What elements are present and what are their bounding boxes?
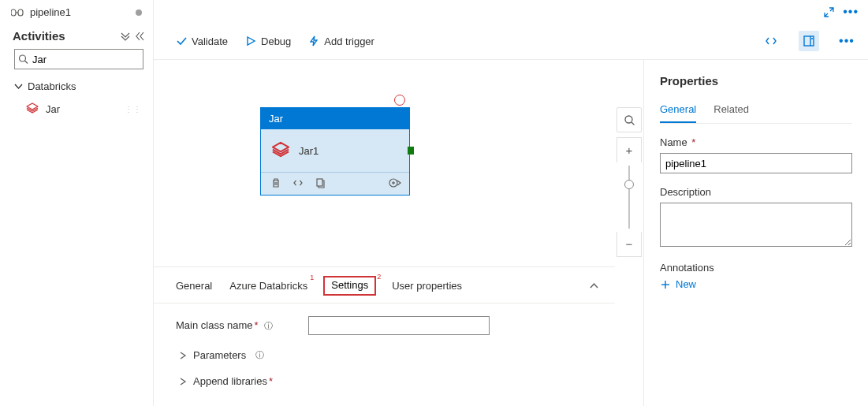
- activities-header: Activities: [0, 21, 153, 49]
- activity-search-input[interactable]: [14, 49, 143, 69]
- canvas-column: Jar Jar1: [154, 60, 615, 406]
- name-label: Name *: [660, 136, 852, 148]
- annotations-field: Annotations New: [660, 262, 852, 290]
- activity-item-label: Jar: [46, 103, 60, 115]
- svg-point-7: [811, 38, 813, 39]
- delete-icon[interactable]: [270, 177, 281, 188]
- drag-grip-icon: ⋮⋮: [125, 105, 142, 114]
- workspace: Jar Jar1: [154, 60, 868, 406]
- add-trigger-label: Add trigger: [324, 35, 374, 47]
- props-tab-related[interactable]: Related: [713, 99, 749, 123]
- add-output-icon[interactable]: [389, 177, 401, 188]
- design-canvas[interactable]: Jar Jar1: [154, 60, 615, 266]
- add-trigger-button[interactable]: Add trigger: [308, 35, 374, 47]
- debug-button[interactable]: Debug: [245, 35, 291, 47]
- validate-button[interactable]: Validate: [176, 35, 228, 47]
- props-tab-general[interactable]: General: [660, 99, 696, 123]
- add-annotation-button[interactable]: New: [660, 278, 852, 290]
- svg-point-12: [625, 116, 632, 123]
- databricks-icon: [270, 140, 291, 161]
- copy-icon[interactable]: [315, 177, 326, 188]
- main-area: ••• Validate Debug Add trigger: [154, 0, 868, 406]
- activity-search-box: [14, 49, 143, 69]
- name-input[interactable]: [660, 153, 852, 173]
- app-root: pipeline1 Activities: [0, 0, 868, 406]
- tab-azure-databricks[interactable]: Azure Databricks 1: [229, 278, 307, 293]
- svg-line-4: [25, 61, 28, 64]
- success-output-port[interactable]: [408, 147, 414, 155]
- pipeline-toolbar: Validate Debug Add trigger •••: [154, 23, 868, 60]
- name-field: Name *: [660, 136, 852, 173]
- parameters-label: Parameters: [193, 349, 246, 361]
- zoom-in-button[interactable]: +: [617, 137, 642, 162]
- pipeline-tab[interactable]: pipeline1: [0, 0, 153, 21]
- tab-settings[interactable]: Settings 2: [323, 276, 376, 296]
- activities-title: Activities: [13, 29, 65, 43]
- fit-to-screen-button[interactable]: [617, 107, 642, 132]
- node-name-label: Jar1: [299, 145, 319, 157]
- zoom-handle[interactable]: [624, 180, 634, 189]
- chevron-down-icon: [14, 82, 23, 91]
- tab-general[interactable]: General: [176, 278, 212, 293]
- activity-item-jar[interactable]: Jar ⋮⋮: [0, 97, 153, 121]
- collapse-all-icon[interactable]: [120, 32, 131, 41]
- svg-rect-5: [804, 36, 814, 46]
- svg-rect-0: [11, 9, 16, 16]
- node-body: Jar1: [261, 129, 409, 172]
- debug-label: Debug: [261, 35, 291, 47]
- unsaved-indicator-icon: [136, 9, 142, 16]
- activity-node-jar[interactable]: Jar Jar1: [260, 107, 410, 196]
- zoom-slider[interactable]: [628, 166, 630, 229]
- append-libraries-expander[interactable]: Append libraries*: [176, 375, 596, 387]
- config-panel: General Azure Databricks 1 Settings 2 Us…: [154, 266, 615, 406]
- category-databricks[interactable]: Databricks: [0, 76, 153, 97]
- annotation-circle-icon: [394, 95, 405, 106]
- node-type-label: Jar: [261, 108, 409, 129]
- validate-label: Validate: [192, 35, 228, 47]
- expand-icon[interactable]: [823, 6, 835, 18]
- append-libraries-label: Append libraries*: [193, 375, 273, 387]
- svg-line-13: [631, 122, 635, 125]
- toolbar-more-icon[interactable]: •••: [836, 31, 857, 51]
- main-class-label: Main class name* ⓘ: [176, 319, 300, 332]
- svg-rect-1: [18, 9, 23, 16]
- description-textarea[interactable]: [660, 203, 852, 247]
- error-badge: 1: [310, 274, 314, 281]
- zoom-out-button[interactable]: −: [617, 232, 642, 257]
- error-badge: 2: [377, 273, 381, 281]
- code-view-icon[interactable]: [761, 31, 781, 51]
- pipeline-icon: [11, 7, 25, 18]
- category-label: Databricks: [28, 80, 76, 92]
- zoom-controls: + −: [615, 60, 643, 406]
- svg-point-3: [20, 55, 26, 61]
- hide-panel-icon[interactable]: [136, 32, 145, 41]
- info-icon[interactable]: ⓘ: [255, 349, 264, 361]
- more-icon[interactable]: •••: [843, 5, 859, 19]
- description-field: Description: [660, 186, 852, 249]
- new-annotation-label: New: [676, 278, 696, 290]
- main-class-input[interactable]: [308, 316, 490, 335]
- properties-panel: Properties General Related Name * Descri…: [643, 60, 868, 406]
- description-label: Description: [660, 186, 852, 198]
- annotations-label: Annotations: [660, 262, 852, 274]
- activities-sidebar: pipeline1 Activities: [0, 0, 154, 406]
- collapse-panel-icon[interactable]: [589, 281, 599, 291]
- properties-title: Properties: [660, 74, 852, 88]
- pipeline-name: pipeline1: [30, 6, 131, 18]
- tab-user-properties[interactable]: User properties: [392, 278, 462, 293]
- properties-toggle-icon[interactable]: [799, 31, 819, 51]
- svg-rect-8: [317, 179, 322, 186]
- config-tabs: General Azure Databricks 1 Settings 2 Us…: [154, 267, 615, 304]
- parameters-expander[interactable]: Parameters ⓘ: [176, 349, 596, 361]
- search-icon: [18, 54, 28, 65]
- properties-tabs: General Related: [660, 99, 852, 124]
- databricks-icon: [25, 102, 39, 116]
- info-icon[interactable]: ⓘ: [264, 321, 273, 330]
- node-footer: [261, 172, 409, 195]
- config-body: Main class name* ⓘ Parameters ⓘ: [154, 304, 615, 406]
- main-class-row: Main class name* ⓘ: [176, 316, 596, 335]
- window-controls: •••: [154, 0, 868, 23]
- code-icon[interactable]: [292, 177, 304, 188]
